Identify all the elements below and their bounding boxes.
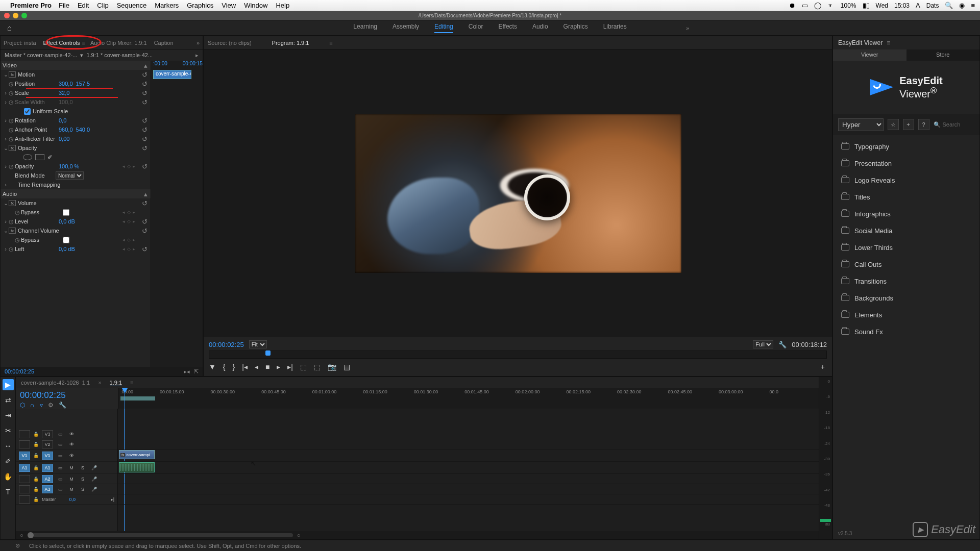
ec-clip-bar[interactable]: coverr-sample-42- [153, 70, 191, 79]
screen-record-icon[interactable]: ⏺ [789, 2, 796, 9]
extract-icon[interactable]: ⬚ [314, 363, 321, 371]
menu-help[interactable]: Help [276, 2, 289, 9]
minimize-window-button[interactable] [13, 13, 18, 18]
track-v3[interactable]: V3 [42, 430, 53, 438]
ec-motion[interactable]: Motion [18, 71, 59, 78]
reset-icon[interactable]: ↺ [142, 89, 148, 97]
folder-lower-thirds[interactable]: Lower Thirds [833, 239, 979, 256]
bypass-checkbox[interactable] [63, 209, 69, 216]
audio-clip[interactable] [119, 462, 155, 472]
timeline-timecode[interactable]: 00:00:02:25 [20, 390, 114, 400]
menu-sequence[interactable]: Sequence [117, 2, 147, 9]
workspace-effects[interactable]: Effects [498, 23, 517, 33]
zoom-fit-select[interactable]: Fit [249, 340, 267, 348]
hand-tool[interactable]: ✋ [3, 471, 14, 482]
spotlight-icon[interactable]: 🔍 [945, 2, 953, 9]
tab-captions[interactable]: Caption [154, 40, 174, 46]
chevron-down-icon[interactable]: ▾ [80, 52, 83, 59]
display-icon[interactable]: ▭ [802, 2, 808, 9]
step-back-icon[interactable]: ◂ [255, 363, 258, 371]
reset-icon[interactable]: ↺ [142, 80, 148, 88]
master-value[interactable]: 0,0 [69, 497, 76, 502]
workspace-color[interactable]: Color [469, 23, 483, 33]
menubar-user[interactable]: Dats [926, 2, 939, 9]
track-a2[interactable]: A2 [42, 475, 53, 483]
menubar-list-icon[interactable]: ≡ [971, 2, 975, 9]
toggle-sync-lock[interactable]: 👁 [67, 432, 76, 437]
app-name[interactable]: Premiere Pro [10, 2, 52, 9]
ec-export-icon[interactable]: ⇱ [194, 368, 199, 375]
ec-audio-header[interactable]: Audio [3, 191, 43, 197]
work-area-bar[interactable] [120, 396, 155, 400]
track-v1[interactable]: V1 [42, 452, 53, 460]
tab-store[interactable]: Store [906, 49, 980, 61]
comparison-icon[interactable]: ▤ [344, 363, 350, 371]
panel-menu-icon[interactable]: ≡ [887, 39, 890, 46]
menu-markers[interactable]: Markers [155, 2, 179, 9]
workspace-assembly[interactable]: Assembly [393, 23, 419, 33]
ec-opacity-group[interactable]: Opacity [18, 145, 59, 151]
ec-chvol[interactable]: Channel Volume [18, 228, 59, 234]
timeline-playhead[interactable] [125, 388, 125, 409]
ec-volume[interactable]: Volume [18, 200, 59, 206]
resolution-select[interactable]: Full [753, 340, 773, 348]
anchor-y[interactable]: 540,0 [76, 127, 90, 133]
folder-sound-fx[interactable]: Sound Fx [833, 323, 979, 340]
wrench-icon[interactable]: 🔧 [778, 341, 787, 348]
ec-play-icon[interactable]: ▸ [195, 52, 199, 59]
track-a1[interactable]: A1 [42, 464, 53, 472]
workspace-libraries[interactable]: Libraries [603, 23, 627, 33]
workspace-overflow-icon[interactable]: » [686, 25, 689, 31]
rotation-value[interactable]: 0,0 [59, 117, 66, 123]
zoom-out-icon[interactable]: ○ [20, 532, 23, 538]
workspace-graphics[interactable]: Graphics [564, 23, 588, 33]
workspace-learning[interactable]: Learning [353, 23, 377, 33]
position-y[interactable]: 157,5 [76, 81, 90, 87]
track-a3[interactable]: A3 [42, 485, 53, 493]
export-frame-icon[interactable]: 📷 [328, 363, 336, 371]
bypass2-checkbox[interactable] [63, 237, 69, 243]
shield-icon[interactable]: ◯ [814, 2, 822, 9]
reset-icon[interactable]: ↺ [142, 71, 148, 79]
zoom-in-icon[interactable]: ○ [297, 532, 301, 538]
lock-icon[interactable]: 🔒 [33, 432, 39, 437]
search-input[interactable]: 🔍 Search [934, 121, 975, 128]
tab-program[interactable]: Program: 1.9:1 [272, 40, 309, 46]
marker-icon[interactable]: ▿ [40, 402, 43, 409]
voiceover-icon[interactable]: 🎤 [90, 465, 98, 470]
menu-view[interactable]: View [222, 2, 236, 9]
program-scrubber[interactable] [209, 350, 827, 359]
left-value[interactable]: 0,0 dB [59, 246, 75, 252]
workspace-editing[interactable]: Editing [434, 23, 453, 33]
ellipse-mask-icon[interactable] [23, 154, 32, 160]
button-editor-icon[interactable]: + [821, 363, 825, 371]
timeline-tab-2[interactable]: 1.9:1 [110, 380, 122, 386]
folder-logo-reveals[interactable]: Logo Reveals [833, 172, 979, 189]
slip-tool[interactable]: ↔ [3, 440, 14, 452]
panel-menu-icon[interactable]: ≡ [329, 40, 332, 46]
menu-clip[interactable]: Clip [97, 2, 108, 9]
source-v1[interactable]: V1 [19, 452, 30, 460]
battery-icon[interactable]: ▮▯ [863, 2, 870, 9]
opacity-value[interactable]: 100,0 % [59, 163, 79, 169]
timeline-ruler[interactable]: :00:0000:00:15:0000:00:30:0000:00:45:000… [118, 388, 819, 409]
close-window-button[interactable] [4, 13, 10, 18]
tab-effect-controls[interactable]: Effect Controls [43, 40, 80, 46]
pen-tool[interactable]: ✐ [3, 456, 14, 467]
source-a1[interactable]: A1 [19, 464, 30, 472]
uniform-scale-checkbox[interactable] [24, 108, 31, 115]
selection-tool[interactable]: ▶ [3, 379, 14, 390]
twirl-icon[interactable]: › [3, 90, 9, 96]
flicker-value[interactable]: 0,00 [59, 136, 69, 142]
panel-menu-icon[interactable]: ≡ [130, 380, 133, 386]
program-tc-left[interactable]: 00:00:02:25 [209, 341, 244, 348]
lift-icon[interactable]: ⬚ [300, 363, 307, 371]
track-v2[interactable]: V2 [42, 440, 53, 448]
tab-source[interactable]: Source: (no clips) [208, 40, 252, 46]
wrench-icon[interactable]: 🔧 [59, 402, 66, 409]
go-to-end-icon[interactable]: ▸| [111, 497, 114, 502]
timeline-tab-1[interactable]: coverr-sample-42-1026 1:1 [21, 380, 90, 386]
twirl-icon[interactable]: ⌄ [3, 71, 9, 78]
mark-in-icon[interactable]: { [223, 363, 226, 371]
workspace-audio[interactable]: Audio [532, 23, 548, 33]
